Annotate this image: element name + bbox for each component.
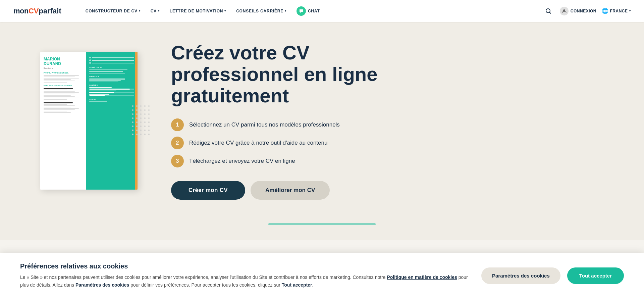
cv-preview-container: MARIONDURAND Secrétaire PROFIL PROFESSIO… bbox=[40, 52, 144, 190]
hero-content: Créez votre CV professionnel en ligne gr… bbox=[171, 42, 604, 199]
chevron-down-icon: ▾ bbox=[285, 9, 286, 12]
search-icon bbox=[545, 8, 552, 14]
cookie-policy-link[interactable]: Politique en matière de cookies bbox=[387, 275, 457, 280]
cookie-banner: Préférences relatives aux cookies Le « S… bbox=[0, 253, 644, 298]
language-label: FRANCE bbox=[610, 9, 628, 13]
scroll-hint bbox=[0, 220, 644, 240]
cv-line bbox=[44, 96, 75, 97]
cv-line bbox=[44, 94, 75, 94]
language-selector[interactable]: 🌐 FRANCE ▾ bbox=[602, 8, 631, 14]
user-icon bbox=[560, 7, 569, 15]
chevron-down-icon: ▾ bbox=[139, 9, 141, 12]
cookie-accept-button[interactable]: Tout accepter bbox=[567, 267, 624, 284]
nav-conseils[interactable]: CONSEILS CARRIÈRE ▾ bbox=[232, 6, 290, 16]
nav-constructeur-label: CONSTRUCTEUR DE CV bbox=[86, 9, 138, 13]
cv-atouts-title: Atouts bbox=[89, 98, 134, 100]
cv-line bbox=[44, 109, 75, 110]
cv-line bbox=[44, 104, 67, 105]
cookie-text-middle: pour définir vos préférences. Pour accep… bbox=[129, 282, 281, 288]
hero-section: MARIONDURAND Secrétaire PROFIL PROFESSIO… bbox=[0, 22, 644, 220]
cv-line bbox=[89, 101, 107, 102]
step-number-1: 1 bbox=[171, 118, 184, 131]
logo-mon: mon bbox=[13, 7, 29, 15]
connexion-button[interactable]: CONNEXION bbox=[560, 7, 596, 15]
cv-lang-item bbox=[89, 91, 134, 93]
ameliorer-cv-button[interactable]: Améliorer mon CV bbox=[251, 181, 330, 200]
logo-parfait: parfait bbox=[39, 7, 61, 15]
chevron-down-icon: ▾ bbox=[158, 9, 160, 12]
cv-skill-bar bbox=[89, 95, 134, 96]
chat-label: CHAT bbox=[308, 9, 320, 13]
nav-constructeur[interactable]: CONSTRUCTEUR DE CV ▾ bbox=[82, 6, 145, 16]
cv-line bbox=[44, 78, 79, 79]
step-number-2: 2 bbox=[171, 137, 184, 149]
cv-bold-line bbox=[44, 88, 73, 89]
nav-lettre-label: LETTRE DE MOTIVATION bbox=[170, 9, 223, 13]
cv-line bbox=[44, 90, 67, 90]
navbar: monCVparfait CONSTRUCTEUR DE CV ▾ CV ▾ L… bbox=[0, 0, 644, 22]
nav-lettre[interactable]: LETTRE DE MOTIVATION ▾ bbox=[166, 6, 230, 16]
cookie-settings-button[interactable]: Paramètres des cookies bbox=[481, 267, 560, 284]
cv-line bbox=[44, 107, 71, 107]
cv-left-panel: MARIONDURAND Secrétaire PROFIL PROFESSIO… bbox=[40, 52, 86, 190]
nav-cv[interactable]: CV ▾ bbox=[147, 6, 164, 16]
cookie-accept-mention: Tout accepter bbox=[282, 282, 312, 288]
cv-job-title: Secrétaire bbox=[44, 67, 83, 69]
cv-line bbox=[44, 75, 79, 76]
cv-line bbox=[44, 77, 75, 77]
hero-title: Créez votre CV professionnel en ligne gr… bbox=[171, 42, 604, 106]
cv-formation-title: FORMATION bbox=[89, 76, 134, 78]
cookie-settings-mention: Paramètres des cookies bbox=[75, 282, 129, 288]
cv-line bbox=[44, 82, 67, 83]
cv-lang-item bbox=[89, 87, 134, 90]
cv-line bbox=[44, 95, 71, 96]
cv-section-profil: PROFIL PROFESSIONNEL bbox=[44, 72, 83, 74]
nav-links: CONSTRUCTEUR DE CV ▾ CV ▾ LETTRE DE MOTI… bbox=[82, 4, 542, 18]
cv-line bbox=[89, 80, 121, 81]
cv-right-panel: COMPÉTENCES FORMATION LANGUES bbox=[86, 52, 138, 190]
cv-section-parcours: PARCOURS PROFESSIONNEL bbox=[44, 85, 83, 87]
cv-line bbox=[44, 98, 79, 98]
hero-title-line3: gratuitement bbox=[171, 85, 289, 106]
chat-button[interactable]: CHAT bbox=[292, 4, 324, 18]
cv-line bbox=[89, 71, 123, 72]
cv-line bbox=[44, 79, 71, 80]
cv-line bbox=[89, 69, 127, 70]
cv-line bbox=[89, 82, 118, 82]
cv-bold-line bbox=[44, 102, 73, 103]
hero-steps: 1 Sélectionnez un CV parmi tous nos modè… bbox=[171, 118, 604, 167]
cookie-text-end: . bbox=[312, 282, 314, 288]
chevron-down-icon: ▾ bbox=[629, 9, 631, 12]
cv-line bbox=[44, 91, 75, 92]
cv-line bbox=[44, 111, 67, 111]
cv-skill-bar bbox=[89, 92, 134, 93]
cv-line bbox=[89, 91, 116, 91]
cv-lang-item bbox=[89, 94, 134, 96]
cv-line bbox=[44, 105, 75, 106]
cv-contact-item bbox=[89, 59, 134, 61]
cookie-title: Préférences relatives aux cookies bbox=[20, 262, 468, 270]
hero-step-3: 3 Téléchargez et envoyez votre CV en lig… bbox=[171, 155, 604, 167]
cv-line bbox=[44, 81, 75, 81]
step-number-3: 3 bbox=[171, 155, 184, 167]
nav-right: CONNEXION 🌐 FRANCE ▾ bbox=[542, 5, 631, 17]
search-button[interactable] bbox=[542, 5, 554, 17]
logo[interactable]: monCVparfait bbox=[13, 7, 61, 15]
cookie-content: Préférences relatives aux cookies Le « S… bbox=[20, 262, 468, 289]
nav-conseils-label: CONSEILS CARRIÈRE bbox=[236, 9, 283, 13]
cookie-actions: Paramètres des cookies Tout accepter bbox=[481, 267, 624, 284]
svg-point-1 bbox=[563, 9, 565, 11]
cv-line bbox=[44, 112, 71, 113]
dots-decoration bbox=[132, 105, 151, 136]
cv-name: MARIONDURAND bbox=[44, 57, 83, 66]
hero-title-line2: professionnel en ligne bbox=[171, 63, 378, 85]
cv-competences-title: COMPÉTENCES bbox=[89, 66, 134, 68]
hero-buttons: Créer mon CV Améliorer mon CV bbox=[171, 181, 604, 200]
creer-cv-button[interactable]: Créer mon CV bbox=[171, 181, 245, 200]
cv-line bbox=[44, 108, 79, 109]
step-text-1: Sélectionnez un CV parmi tous nos modèle… bbox=[189, 121, 340, 128]
cv-line bbox=[89, 73, 125, 73]
scroll-indicator bbox=[268, 223, 376, 225]
step-text-2: Rédigez votre CV grâce à notre outil d'a… bbox=[189, 140, 327, 146]
cv-contact-item bbox=[89, 57, 134, 58]
